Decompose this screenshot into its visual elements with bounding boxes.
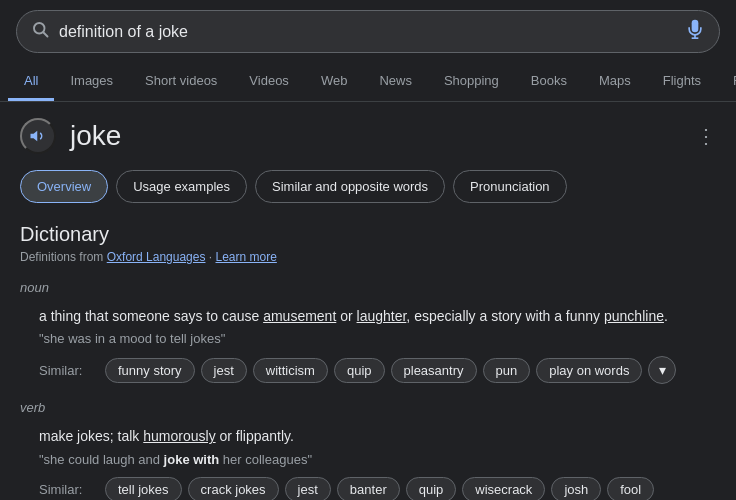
nav-tab-flights[interactable]: Flights bbox=[647, 63, 717, 101]
nav-tab-books[interactable]: Books bbox=[515, 63, 583, 101]
dict-source: Definitions from Oxford Languages · Lear… bbox=[20, 250, 716, 264]
dict-tabs: Overview Usage examples Similar and oppo… bbox=[20, 170, 716, 203]
noun-similar-row: Similar: funny story jest witticism quip… bbox=[39, 356, 716, 384]
similar-word-chip[interactable]: josh bbox=[551, 477, 601, 500]
nav-tab-web[interactable]: Web bbox=[305, 63, 364, 101]
nav-tab-videos[interactable]: Videos bbox=[233, 63, 305, 101]
similar-word-chip[interactable]: quip bbox=[334, 358, 385, 383]
noun-definition: a thing that someone says to cause amuse… bbox=[39, 305, 716, 327]
similar-word-chip[interactable]: jest bbox=[285, 477, 331, 500]
similar-word-chip[interactable]: fool bbox=[607, 477, 654, 500]
verb-definition-block: make jokes; talk humorously or flippantl… bbox=[20, 425, 716, 500]
verb-similar-row: Similar: tell jokes crack jokes jest ban… bbox=[39, 477, 716, 500]
noun-definition-block: a thing that someone says to cause amuse… bbox=[20, 305, 716, 384]
similar-word-chip[interactable]: pun bbox=[483, 358, 531, 383]
nav-tab-news[interactable]: News bbox=[363, 63, 428, 101]
nav-tab-short-videos[interactable]: Short videos bbox=[129, 63, 233, 101]
verb-similar-label: Similar: bbox=[39, 482, 99, 497]
similar-word-chip[interactable]: tell jokes bbox=[105, 477, 182, 500]
similar-word-chip[interactable]: wisecrack bbox=[462, 477, 545, 500]
similar-word-chip[interactable]: pleasantry bbox=[391, 358, 477, 383]
svg-line-1 bbox=[44, 33, 48, 37]
dict-tab-overview[interactable]: Overview bbox=[20, 170, 108, 203]
more-options-button[interactable]: ⋮ bbox=[696, 124, 716, 148]
similar-word-chip[interactable]: funny story bbox=[105, 358, 195, 383]
oxford-link[interactable]: Oxford Languages bbox=[107, 250, 206, 264]
nav-tab-images[interactable]: Images bbox=[54, 63, 129, 101]
nav-tabs: All Images Short videos Videos Web News … bbox=[0, 63, 736, 102]
word-title: joke bbox=[70, 120, 121, 152]
noun-example: "she was in a mood to tell jokes" bbox=[39, 331, 716, 346]
dict-tab-pronunciation[interactable]: Pronunciation bbox=[453, 170, 567, 203]
speaker-button[interactable] bbox=[20, 118, 56, 154]
similar-word-chip[interactable]: crack jokes bbox=[188, 477, 279, 500]
word-header: joke ⋮ bbox=[20, 118, 716, 154]
nav-tab-maps[interactable]: Maps bbox=[583, 63, 647, 101]
learn-more-link[interactable]: Learn more bbox=[215, 250, 276, 264]
dict-tab-similar-words[interactable]: Similar and opposite words bbox=[255, 170, 445, 203]
search-icon bbox=[31, 20, 49, 43]
similar-word-chip[interactable]: banter bbox=[337, 477, 400, 500]
svg-point-0 bbox=[34, 23, 45, 34]
dict-tab-usage-examples[interactable]: Usage examples bbox=[116, 170, 247, 203]
noun-expand-button[interactable]: ▾ bbox=[648, 356, 676, 384]
search-bar: definition of a joke bbox=[16, 10, 720, 53]
similar-word-chip[interactable]: witticism bbox=[253, 358, 328, 383]
nav-tab-finance[interactable]: Finance bbox=[717, 63, 736, 101]
noun-label: noun bbox=[20, 280, 716, 295]
nav-tab-shopping[interactable]: Shopping bbox=[428, 63, 515, 101]
similar-word-chip[interactable]: jest bbox=[201, 358, 247, 383]
word-header-left: joke bbox=[20, 118, 121, 154]
similar-word-chip[interactable]: quip bbox=[406, 477, 457, 500]
verb-example: "she could laugh and joke with her colle… bbox=[39, 452, 716, 467]
verb-label: verb bbox=[20, 400, 716, 415]
noun-similar-label: Similar: bbox=[39, 363, 99, 378]
svg-marker-4 bbox=[31, 131, 38, 142]
main-content: joke ⋮ Overview Usage examples Similar a… bbox=[0, 102, 736, 500]
verb-definition: make jokes; talk humorously or flippantl… bbox=[39, 425, 716, 447]
dictionary-heading: Dictionary bbox=[20, 223, 716, 246]
nav-tab-all[interactable]: All bbox=[8, 63, 54, 101]
similar-word-chip[interactable]: play on words bbox=[536, 358, 642, 383]
voice-icon[interactable] bbox=[685, 19, 705, 44]
search-query[interactable]: definition of a joke bbox=[59, 23, 675, 41]
